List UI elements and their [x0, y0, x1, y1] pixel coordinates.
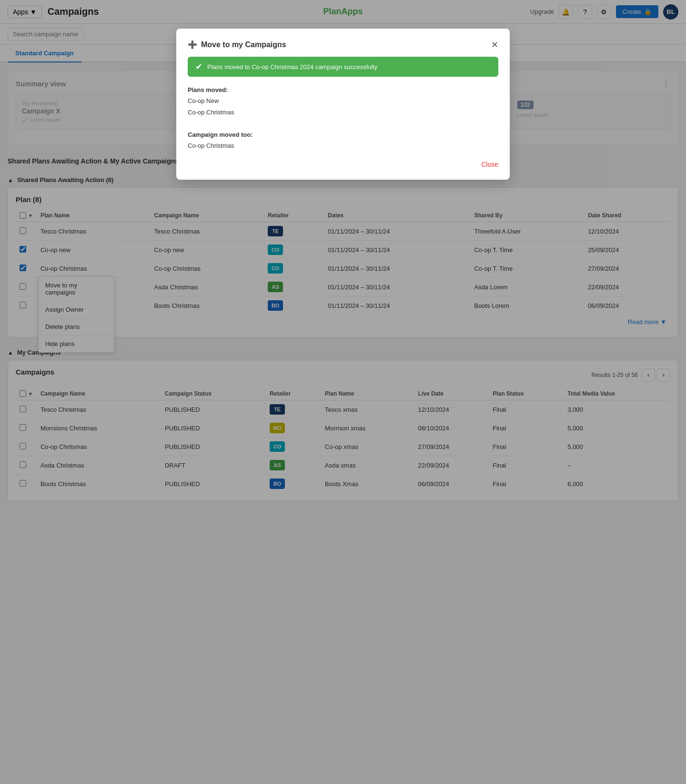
plans-moved-item-2: Co-op Christmas [188, 107, 498, 118]
modal-close-action-button[interactable]: Close [481, 161, 498, 168]
success-message: Plans moved to Co-op Christmas 2024 camp… [207, 63, 377, 71]
modal-title-icon: ➕ [188, 40, 197, 49]
modal-title: ➕ Move to my Campaigns [188, 40, 286, 49]
modal-footer: Close [188, 161, 498, 168]
modal-overlay: ➕ Move to my Campaigns ✕ ✔ Plans moved t… [0, 0, 686, 516]
modal-body: Plans moved: Co-op New Co-op Christmas C… [188, 84, 498, 151]
plans-moved-item-1: Co-op New [188, 95, 498, 106]
modal-header: ➕ Move to my Campaigns ✕ [188, 40, 498, 49]
modal-close-button[interactable]: ✕ [491, 41, 498, 49]
success-banner: ✔ Plans moved to Co-op Christmas 2024 ca… [188, 57, 498, 77]
campaign-moved-value: Co-op Christmas [188, 140, 498, 151]
plans-moved-label: Plans moved: [188, 86, 228, 93]
campaign-moved-label: Campaign moved too: [188, 131, 253, 138]
modal-title-text: Move to my Campaigns [201, 41, 286, 49]
success-icon: ✔ [195, 61, 202, 72]
move-to-campaigns-modal: ➕ Move to my Campaigns ✕ ✔ Plans moved t… [176, 29, 510, 180]
